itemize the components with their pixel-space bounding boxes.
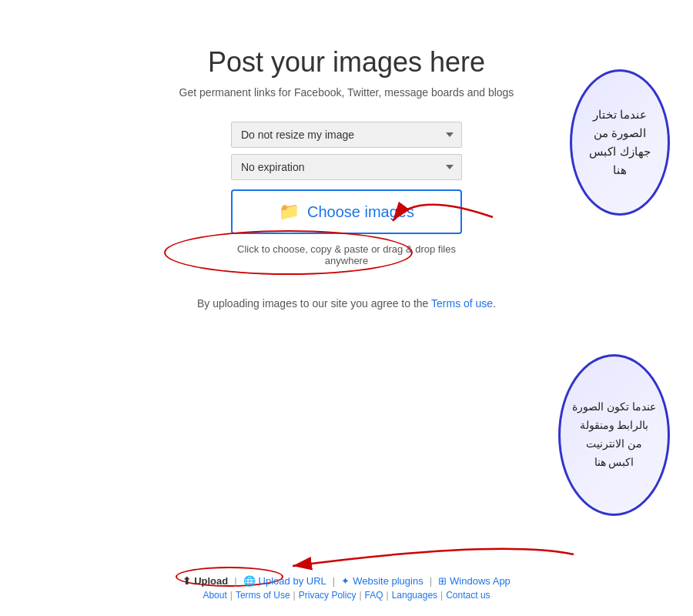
callout2-text: عندما تكون الصورة بالرابط ومنقولة من الا…: [572, 398, 656, 471]
callout1-text: عندما تختار الصورة من جهازك اكبس هنا: [584, 105, 656, 179]
plugin-icon: ✦: [341, 575, 350, 587]
callout-upload-url: عندما تكون الصورة بالرابط ومنقولة من الا…: [558, 354, 670, 516]
sep-1: |: [230, 590, 233, 601]
divider-1: |: [234, 575, 236, 587]
footer-sub-links: About | Terms of Use | Privacy Policy | …: [203, 590, 490, 601]
faq-label: FAQ: [365, 590, 383, 601]
privacy-label: Privacy Policy: [299, 590, 357, 601]
footer-main-links: ⬆ Upload | 🌐 Upload by URL | ✦ Website p…: [182, 575, 511, 587]
about-link[interactable]: About: [203, 590, 226, 601]
terms-suffix: .: [493, 297, 496, 310]
website-plugins-label: Website plugins: [353, 575, 424, 587]
page-subtitle: Get permanent links for Facebook, Twitte…: [179, 86, 514, 99]
callout-choose-images: عندما تختار الصورة من جهازك اكبس هنا: [570, 69, 670, 216]
windows-app-link[interactable]: ⊞ Windows App: [438, 575, 511, 587]
faq-link[interactable]: FAQ: [365, 590, 383, 601]
page-title: Post your images here: [208, 46, 485, 79]
globe-icon: 🌐: [243, 575, 256, 587]
folder-icon: 📁: [279, 202, 300, 222]
sep-3: |: [359, 590, 361, 601]
terms-text: By uploading images to our site you agre…: [197, 297, 496, 310]
windows-app-label: Windows App: [450, 575, 511, 587]
sep-4: |: [387, 590, 389, 601]
drag-drop-hint: Click to choose, copy & paste or drag & …: [216, 243, 477, 266]
terms-label: Terms of Use: [236, 590, 290, 601]
choose-images-button[interactable]: 📁 Choose images: [231, 189, 462, 234]
upload-form: Do not resize my imageResize to 1920x108…: [216, 122, 477, 290]
divider-3: |: [430, 575, 432, 587]
terms-prefix: By uploading images to our site you agre…: [197, 297, 431, 310]
choose-images-label: Choose images: [307, 203, 414, 221]
contact-label: Contact us: [446, 590, 490, 601]
terms-of-use-link[interactable]: Terms of use: [431, 297, 493, 310]
upload-label: Upload: [194, 575, 228, 587]
resize-select[interactable]: Do not resize my imageResize to 1920x108…: [231, 122, 462, 148]
terms-link[interactable]: Terms of Use: [236, 590, 290, 601]
contact-link[interactable]: Contact us: [446, 590, 490, 601]
website-plugins-link[interactable]: ✦ Website plugins: [341, 575, 424, 587]
divider-2: |: [333, 575, 335, 587]
upload-icon: ⬆: [182, 575, 191, 587]
languages-link[interactable]: Languages: [392, 590, 437, 601]
upload-by-url-link[interactable]: 🌐 Upload by URL: [243, 575, 326, 587]
upload-link[interactable]: ⬆ Upload: [182, 575, 228, 587]
sep-5: |: [440, 590, 443, 601]
footer: ⬆ Upload | 🌐 Upload by URL | ✦ Website p…: [0, 575, 693, 601]
windows-icon: ⊞: [438, 575, 447, 587]
upload-by-url-label: Upload by URL: [259, 575, 326, 587]
sep-2: |: [293, 590, 296, 601]
expiration-select[interactable]: No expiration1 hour1 day1 week1 month: [231, 154, 462, 180]
languages-label: Languages: [392, 590, 437, 601]
about-label: About: [203, 590, 226, 601]
privacy-link[interactable]: Privacy Policy: [299, 590, 357, 601]
